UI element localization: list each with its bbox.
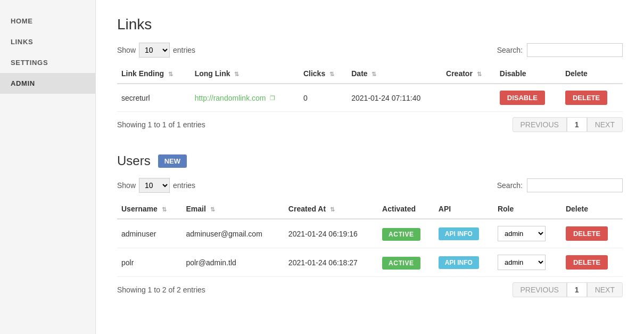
- sidebar: HOME LINKS SETTINGS ADMIN: [0, 0, 96, 334]
- users-pagination-info: Showing 1 to 2 of 2 entries: [117, 286, 205, 294]
- sort-icon-created-at[interactable]: ⇅: [330, 206, 335, 213]
- links-pagination-btns: PREVIOUS 1 NEXT: [513, 117, 623, 132]
- users-col-email: Email ⇅: [181, 199, 284, 219]
- sidebar-item-admin[interactable]: ADMIN: [0, 73, 95, 94]
- users-title: Users: [117, 153, 151, 168]
- links-table-head: Link Ending ⇅ Long Link ⇅ Clicks ⇅ Date …: [117, 64, 623, 84]
- sort-icon-email[interactable]: ⇅: [210, 206, 215, 213]
- new-user-button[interactable]: NEW: [158, 154, 187, 168]
- sort-icon-long-link[interactable]: ⇅: [234, 71, 239, 78]
- main-content: Links Show 10 25 50 100 entries Search:: [96, 0, 644, 334]
- sort-icon-link-ending[interactable]: ⇅: [168, 71, 173, 78]
- external-link-icon: ❐: [270, 95, 275, 102]
- api-cell-1: API INFO: [434, 219, 493, 248]
- delete-cell: DELETE: [561, 84, 623, 112]
- long-link-cell: http://randomlink.com ❐: [191, 84, 299, 112]
- users-show-controls: Show 10 25 50 100 entries: [117, 178, 195, 193]
- users-table-body: adminuser adminuser@gmail.com 2021-01-24…: [117, 219, 623, 277]
- links-next-btn[interactable]: NEXT: [587, 117, 623, 132]
- role-select-2[interactable]: admin user: [498, 255, 546, 270]
- api-info-button-1[interactable]: API INFO: [439, 227, 479, 240]
- links-section: Links Show 10 25 50 100 entries Search:: [117, 16, 623, 132]
- links-col-disable: Disable: [496, 64, 561, 84]
- links-col-creator: Creator ⇅: [442, 64, 496, 84]
- sort-icon-creator[interactable]: ⇅: [477, 71, 482, 78]
- table-row: polr polr@admin.tld 2021-01-24 06:18:27 …: [117, 248, 623, 277]
- users-search-input[interactable]: [527, 178, 623, 192]
- links-col-link-ending: Link Ending ⇅: [117, 64, 191, 84]
- delete-link-button[interactable]: DELETE: [565, 91, 607, 105]
- api-info-button-2[interactable]: API INFO: [439, 256, 479, 269]
- username-cell-1: adminuser: [117, 219, 181, 248]
- sidebar-item-settings[interactable]: SETTINGS: [0, 52, 95, 73]
- links-col-date: Date ⇅: [347, 64, 442, 84]
- users-col-role: Role: [493, 199, 562, 219]
- users-col-delete: Delete: [562, 199, 623, 219]
- links-search-controls: Search:: [497, 43, 623, 57]
- sort-icon-username[interactable]: ⇅: [162, 206, 167, 213]
- links-show-controls: Show 10 25 50 100 entries: [117, 43, 195, 58]
- creator-cell: [442, 84, 496, 112]
- sidebar-item-home[interactable]: HOME: [0, 11, 95, 31]
- long-link-anchor[interactable]: http://randomlink.com: [195, 94, 266, 102]
- users-col-api: API: [434, 199, 493, 219]
- active-badge-2: ACTIVE: [382, 257, 420, 270]
- users-col-activated: Activated: [378, 199, 434, 219]
- users-table-header-row: Username ⇅ Email ⇅ Created At ⇅ Activate…: [117, 199, 623, 219]
- links-search-input[interactable]: [527, 43, 623, 57]
- activated-cell-2: ACTIVE: [378, 248, 434, 277]
- role-cell-1: admin user: [493, 219, 562, 248]
- disable-button[interactable]: DISABLE: [500, 91, 545, 105]
- links-show-label: Show: [117, 46, 136, 54]
- users-pagination-btns: PREVIOUS 1 NEXT: [513, 282, 623, 297]
- sidebar-item-links[interactable]: LINKS: [0, 31, 95, 52]
- table-row: secreturl http://randomlink.com ❐ 0 2021…: [117, 84, 623, 112]
- links-prev-btn[interactable]: PREVIOUS: [513, 117, 567, 132]
- created-at-cell-2: 2021-01-24 06:18:27: [284, 248, 378, 277]
- users-controls: Show 10 25 50 100 entries Search:: [117, 178, 623, 193]
- api-cell-2: API INFO: [434, 248, 493, 277]
- links-table-header-row: Link Ending ⇅ Long Link ⇅ Clicks ⇅ Date …: [117, 64, 623, 84]
- links-entries-label: entries: [173, 46, 195, 54]
- delete-cell-1: DELETE: [562, 219, 623, 248]
- delete-user-button-2[interactable]: DELETE: [566, 255, 608, 270]
- links-table: Link Ending ⇅ Long Link ⇅ Clicks ⇅ Date …: [117, 64, 623, 112]
- links-table-body: secreturl http://randomlink.com ❐ 0 2021…: [117, 84, 623, 112]
- links-title: Links: [117, 16, 623, 33]
- created-at-cell-1: 2021-01-24 06:19:16: [284, 219, 378, 248]
- users-search-label: Search:: [497, 181, 523, 190]
- sort-icon-date[interactable]: ⇅: [371, 71, 376, 78]
- users-show-select[interactable]: 10 25 50 100: [139, 178, 170, 193]
- users-table-head: Username ⇅ Email ⇅ Created At ⇅ Activate…: [117, 199, 623, 219]
- links-controls: Show 10 25 50 100 entries Search:: [117, 43, 623, 58]
- table-row: adminuser adminuser@gmail.com 2021-01-24…: [117, 219, 623, 248]
- links-page-1-btn[interactable]: 1: [567, 117, 587, 132]
- sort-icon-clicks[interactable]: ⇅: [329, 71, 334, 78]
- users-table: Username ⇅ Email ⇅ Created At ⇅ Activate…: [117, 199, 623, 277]
- links-col-long-link: Long Link ⇅: [191, 64, 299, 84]
- links-show-select[interactable]: 10 25 50 100: [139, 43, 170, 58]
- links-pagination-info: Showing 1 to 1 of 1 entries: [117, 120, 205, 129]
- delete-user-button-1[interactable]: DELETE: [566, 226, 608, 241]
- link-ending-cell: secreturl: [117, 84, 191, 112]
- links-pagination: Showing 1 to 1 of 1 entries PREVIOUS 1 N…: [117, 117, 623, 132]
- disable-cell: DISABLE: [496, 84, 561, 112]
- role-cell-2: admin user: [493, 248, 562, 277]
- active-badge-1: ACTIVE: [382, 228, 420, 241]
- users-section: Users NEW Show 10 25 50 100 entries Sear…: [117, 153, 623, 297]
- users-prev-btn[interactable]: PREVIOUS: [513, 282, 567, 297]
- users-show-label: Show: [117, 181, 136, 190]
- activated-cell-1: ACTIVE: [378, 219, 434, 248]
- users-search-controls: Search:: [497, 178, 623, 192]
- role-select-1[interactable]: admin user: [498, 226, 546, 241]
- clicks-cell: 0: [299, 84, 347, 112]
- users-entries-label: entries: [173, 181, 195, 190]
- users-col-username: Username ⇅: [117, 199, 181, 219]
- users-section-header: Users NEW: [117, 153, 623, 168]
- users-pagination: Showing 1 to 2 of 2 entries PREVIOUS 1 N…: [117, 282, 623, 297]
- users-next-btn[interactable]: NEXT: [587, 282, 623, 297]
- links-col-clicks: Clicks ⇅: [299, 64, 347, 84]
- email-cell-1: adminuser@gmail.com: [181, 219, 284, 248]
- users-page-1-btn[interactable]: 1: [567, 282, 587, 297]
- email-cell-2: polr@admin.tld: [181, 248, 284, 277]
